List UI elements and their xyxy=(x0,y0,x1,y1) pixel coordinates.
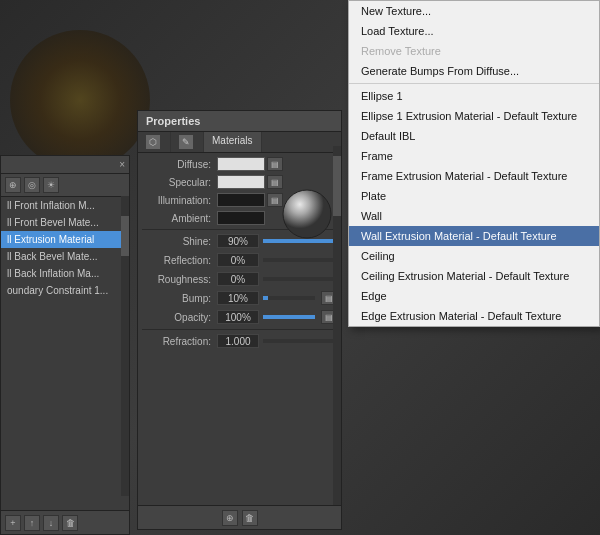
properties-title: Properties xyxy=(146,115,200,127)
menu-separator-1 xyxy=(349,83,599,84)
props-add-button[interactable]: ⊕ xyxy=(222,510,238,526)
tab-mesh[interactable]: ⬡ xyxy=(138,132,171,152)
bump-row: Bump: 10% ▤ xyxy=(142,291,337,305)
layers-list: ll Front Inflation M... ll Front Bevel M… xyxy=(1,197,129,299)
menu-item-edge-extrusion[interactable]: Edge Extrusion Material - Default Textur… xyxy=(349,306,599,326)
tab-materials-label: Materials xyxy=(212,135,253,146)
shine-value[interactable]: 90% xyxy=(217,234,259,248)
menu-item-default-ibl[interactable]: Default IBL xyxy=(349,126,599,146)
menu-item-ceiling-extrusion[interactable]: Ceiling Extrusion Material - Default Tex… xyxy=(349,266,599,286)
paint-icon: ✎ xyxy=(179,135,193,149)
layers-bottom-toolbar: + ↑ ↓ 🗑 xyxy=(1,510,129,534)
panel-close-button[interactable]: × xyxy=(119,159,125,170)
shine-label: Shine: xyxy=(142,236,217,247)
illumination-swatch[interactable] xyxy=(217,193,265,207)
layers-move-up-button[interactable]: ↑ xyxy=(24,515,40,531)
refraction-value[interactable]: 1.000 xyxy=(217,334,259,348)
properties-panel: Properties ⬡ ✎ Materials xyxy=(137,110,342,530)
reflection-label: Reflection: xyxy=(142,255,217,266)
opacity-row: Opacity: 100% ▤ xyxy=(142,310,337,324)
properties-scrollbar[interactable] xyxy=(333,146,341,526)
context-menu: New Texture... Load Texture... Remove Te… xyxy=(348,0,600,327)
list-item[interactable]: ll Back Bevel Mate... xyxy=(1,248,129,265)
menu-item-ellipse1[interactable]: Ellipse 1 xyxy=(349,86,599,106)
diffuse-row: Diffuse: ▤ xyxy=(142,157,337,171)
menu-item-remove-texture: Remove Texture xyxy=(349,41,599,61)
mesh-icon: ⬡ xyxy=(146,135,160,149)
properties-scrollbar-thumb[interactable] xyxy=(333,156,341,216)
ambient-label: Ambient: xyxy=(142,213,217,224)
layers-scrollbar-thumb[interactable] xyxy=(121,216,129,256)
tab-materials[interactable]: Materials xyxy=(204,132,262,152)
diffuse-label: Diffuse: xyxy=(142,159,217,170)
bump-value[interactable]: 10% xyxy=(217,291,259,305)
menu-item-wall[interactable]: Wall xyxy=(349,206,599,226)
menu-item-edge[interactable]: Edge xyxy=(349,286,599,306)
layers-scrollbar[interactable] xyxy=(121,196,129,496)
menu-item-load-texture[interactable]: Load Texture... xyxy=(349,21,599,41)
layers-tool-2[interactable]: ◎ xyxy=(24,177,40,193)
bg-decoration xyxy=(10,30,150,170)
menu-item-frame[interactable]: Frame xyxy=(349,146,599,166)
list-item[interactable]: ll Extrusion Material xyxy=(1,231,129,248)
layers-move-down-button[interactable]: ↓ xyxy=(43,515,59,531)
list-item[interactable]: ll Front Inflation M... xyxy=(1,197,129,214)
opacity-slider[interactable] xyxy=(263,315,315,319)
reflection-value[interactable]: 0% xyxy=(217,253,259,267)
layers-add-button[interactable]: + xyxy=(5,515,21,531)
roughness-value[interactable]: 0% xyxy=(217,272,259,286)
layers-panel: × ⊕ ◎ ☀ ll Front Inflation M... ll Front… xyxy=(0,155,130,535)
roughness-slider[interactable] xyxy=(263,277,333,281)
roughness-row: Roughness: 0% xyxy=(142,272,337,286)
ambient-swatch[interactable] xyxy=(217,211,265,225)
menu-item-ellipse1-extrusion[interactable]: Ellipse 1 Extrusion Material - Default T… xyxy=(349,106,599,126)
menu-item-new-texture[interactable]: New Texture... xyxy=(349,1,599,21)
specular-label: Specular: xyxy=(142,177,217,188)
opacity-value[interactable]: 100% xyxy=(217,310,259,324)
specular-row: Specular: ▤ xyxy=(142,175,337,189)
diffuse-texture-button[interactable]: ▤ xyxy=(267,157,283,171)
layers-delete-button[interactable]: 🗑 xyxy=(62,515,78,531)
refraction-row: Refraction: 1.000 xyxy=(142,334,337,348)
svg-point-0 xyxy=(283,190,331,238)
diffuse-swatch[interactable] xyxy=(217,157,265,171)
list-item[interactable]: oundary Constraint 1... xyxy=(1,282,129,299)
illumination-label: Illumination: xyxy=(142,195,217,206)
menu-item-ceiling[interactable]: Ceiling xyxy=(349,246,599,266)
layers-panel-header: × xyxy=(1,156,129,174)
bump-slider[interactable] xyxy=(263,296,315,300)
shine-slider[interactable] xyxy=(263,239,333,243)
opacity-label: Opacity: xyxy=(142,312,217,323)
list-item[interactable]: ll Back Inflation Ma... xyxy=(1,265,129,282)
properties-tabs: ⬡ ✎ Materials xyxy=(138,132,341,153)
menu-item-wall-extrusion[interactable]: Wall Extrusion Material - Default Textur… xyxy=(349,226,599,246)
menu-item-plate[interactable]: Plate xyxy=(349,186,599,206)
layers-tool-1[interactable]: ⊕ xyxy=(5,177,21,193)
menu-item-generate-bumps[interactable]: Generate Bumps From Diffuse... xyxy=(349,61,599,81)
reflection-slider[interactable] xyxy=(263,258,333,262)
reflection-row: Reflection: 0% xyxy=(142,253,337,267)
material-preview-sphere xyxy=(281,188,333,240)
specular-swatch[interactable] xyxy=(217,175,265,189)
refraction-slider[interactable] xyxy=(263,339,333,343)
properties-body: Diffuse: ▤ Specular: ▤ Illumination: ▤ A… xyxy=(138,153,341,357)
layers-tool-3[interactable]: ☀ xyxy=(43,177,59,193)
layers-toolbar: ⊕ ◎ ☀ xyxy=(1,174,129,197)
refraction-label: Refraction: xyxy=(142,336,217,347)
menu-item-frame-extrusion[interactable]: Frame Extrusion Material - Default Textu… xyxy=(349,166,599,186)
roughness-label: Roughness: xyxy=(142,274,217,285)
props-delete-button[interactable]: 🗑 xyxy=(242,510,258,526)
tab-paint[interactable]: ✎ xyxy=(171,132,204,152)
bump-label: Bump: xyxy=(142,293,217,304)
properties-panel-header: Properties xyxy=(138,111,341,132)
list-item[interactable]: ll Front Bevel Mate... xyxy=(1,214,129,231)
properties-bottom-toolbar: ⊕ 🗑 xyxy=(138,505,341,529)
specular-texture-button[interactable]: ▤ xyxy=(267,175,283,189)
